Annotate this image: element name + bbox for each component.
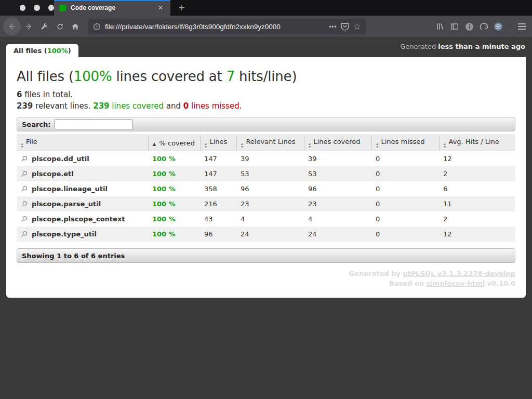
magnifier-icon xyxy=(21,185,28,192)
lines-cell: 147 xyxy=(200,166,236,181)
back-arrow-icon xyxy=(8,22,16,31)
covered-pct-cell: 100 % xyxy=(148,227,200,242)
window-controls xyxy=(0,0,54,16)
showing-entries-bar: Showing 1 to 6 of 6 entries xyxy=(17,248,515,263)
avg-hits-cell: 12 xyxy=(439,227,515,242)
col-header-file[interactable]: ▴▾File xyxy=(17,135,148,151)
simplecov-link[interactable]: simplecov-html xyxy=(427,280,485,287)
tab-close-icon[interactable]: ✕ xyxy=(156,3,165,12)
col-header-lines-covered[interactable]: ▴▾Lines covered xyxy=(304,135,371,151)
utplsql-link[interactable]: utPLSQL v3.1.3.2278-develop xyxy=(403,270,515,277)
coverage-table: ▴▾File ▲% covered ▴▾Lines ▴▾Relevant Lin… xyxy=(17,135,515,242)
file-link: plscope.etl xyxy=(21,170,144,178)
bookmark-star-icon[interactable]: ☆ xyxy=(353,22,361,31)
table-row: plscope.parse_util 100 % 216 23 23 0 11 xyxy=(17,196,515,211)
table-row: plscope.lineage_util 100 % 358 96 96 0 6 xyxy=(17,181,515,196)
sort-icon: ▴▾ xyxy=(376,142,378,148)
avg-hits-cell: 6 xyxy=(439,181,515,196)
covered-pct-cell: 100 % xyxy=(148,151,200,167)
lines-covered-cell: 24 xyxy=(304,227,371,242)
table-row: plscope.type_util 100 % 96 24 24 0 12 xyxy=(17,227,515,242)
generated-by-line: Generated by utPLSQL v3.1.3.2278-develop xyxy=(17,269,515,278)
menu-button[interactable] xyxy=(514,19,529,34)
hamburger-icon xyxy=(518,23,526,30)
avg-hits-cell: 2 xyxy=(439,211,515,227)
report-card: All files (100% lines covered at 7 hits/… xyxy=(6,57,526,298)
col-header-relevant-lines[interactable]: ▴▾Relevant Lines xyxy=(236,135,304,151)
magnifier-icon xyxy=(21,201,28,207)
favicon-icon xyxy=(59,5,66,11)
home-icon xyxy=(71,22,79,31)
tools-button[interactable] xyxy=(36,19,52,34)
avg-hits-cell: 12 xyxy=(439,151,515,167)
tab-percent: 100% xyxy=(47,47,68,55)
file-link: plscope.lineage_util xyxy=(21,185,144,193)
tab-strip: Code coverage ✕ + xyxy=(0,0,532,16)
lines-missed-cell: 0 xyxy=(371,211,439,227)
col-header-lines-missed[interactable]: ▴▾Lines missed xyxy=(371,135,439,151)
traffic-light[interactable] xyxy=(48,5,54,11)
pocket-icon[interactable] xyxy=(341,22,349,31)
extension-info-button[interactable] xyxy=(462,19,476,34)
magnifier-icon xyxy=(21,231,28,237)
sidebar-button[interactable] xyxy=(447,19,462,34)
sort-icon: ▴▾ xyxy=(21,142,23,148)
lines-covered-cell: 96 xyxy=(304,181,371,196)
sort-asc-icon: ▲ xyxy=(153,141,156,147)
striped-circle-icon xyxy=(494,22,503,31)
url-bar[interactable]: file:///private/var/folders/lf/8g3r0ts90… xyxy=(88,19,366,34)
sort-icon: ▴▾ xyxy=(241,142,243,148)
page-actions-icon[interactable]: ••• xyxy=(329,23,337,30)
relevant-lines-cell: 23 xyxy=(236,196,304,211)
home-button[interactable] xyxy=(68,19,83,34)
based-on-line: Based on simplecov-html v0.10.0 xyxy=(17,278,515,288)
table-row: plscope.etl 100 % 147 53 53 0 2 xyxy=(17,166,515,181)
search-label: Search: xyxy=(22,121,51,128)
report-footer: Generated by utPLSQL v3.1.3.2278-develop… xyxy=(17,269,515,288)
covered-pct-cell: 100 % xyxy=(148,181,200,196)
file-link: plscope.parse_util xyxy=(21,200,144,208)
sort-icon: ▴▾ xyxy=(444,142,446,148)
site-info-icon[interactable] xyxy=(93,23,101,31)
extension-circle-button[interactable] xyxy=(491,19,506,34)
extension-elephant-button[interactable] xyxy=(476,19,491,34)
covered-pct-cell: 100 % xyxy=(148,196,200,211)
library-button[interactable] xyxy=(433,19,447,34)
forward-button[interactable] xyxy=(21,19,36,34)
magnifier-icon xyxy=(21,170,28,177)
lines-covered-cell: 39 xyxy=(304,151,371,167)
all-files-tab[interactable]: All files (100%) xyxy=(6,44,78,57)
lines-missed-cell: 0 xyxy=(371,227,439,242)
relevant-lines-cell: 39 xyxy=(236,151,304,167)
page-title: All files (100% lines covered at 7 hits/… xyxy=(17,69,515,84)
sort-icon: ▴▾ xyxy=(205,142,207,148)
lines-cell: 216 xyxy=(200,196,236,211)
new-tab-button[interactable]: + xyxy=(179,3,185,13)
traffic-light[interactable] xyxy=(20,5,25,11)
col-header-lines[interactable]: ▴▾Lines xyxy=(200,135,236,151)
toolbar-divider xyxy=(510,21,510,32)
relevant-lines-cell: 53 xyxy=(236,166,304,181)
browser-tab-active[interactable]: Code coverage ✕ xyxy=(54,0,170,16)
lines-cell: 96 xyxy=(200,227,236,242)
search-input[interactable] xyxy=(55,119,132,129)
magnifier-icon xyxy=(21,216,28,222)
table-row: plscope.dd_util 100 % 147 39 39 0 12 xyxy=(17,151,515,167)
url-text-wrap: file:///private/var/folders/lf/8g3r0ts90… xyxy=(105,22,325,31)
generated-timestamp: Generated less than a minute ago xyxy=(400,43,525,50)
col-header-avg-hits[interactable]: ▴▾Avg. Hits / Line xyxy=(439,135,515,151)
forward-arrow-icon xyxy=(24,22,33,31)
sidebar-icon xyxy=(450,22,459,31)
lines-covered-cell: 4 xyxy=(304,211,371,227)
reload-button[interactable] xyxy=(52,19,68,34)
url-fade xyxy=(303,22,325,31)
table-row: plscope.plscope_context 100 % 43 4 4 0 2 xyxy=(17,211,515,227)
col-header-percent-covered[interactable]: ▲% covered xyxy=(148,135,200,151)
back-button[interactable] xyxy=(3,18,21,35)
lines-missed-cell: 0 xyxy=(371,151,439,167)
avg-hits-cell: 2 xyxy=(439,166,515,181)
lines-covered-cell: 53 xyxy=(304,166,371,181)
lines-covered-cell: 23 xyxy=(304,196,371,211)
traffic-light[interactable] xyxy=(34,5,39,11)
relevant-lines-cell: 4 xyxy=(236,211,304,227)
